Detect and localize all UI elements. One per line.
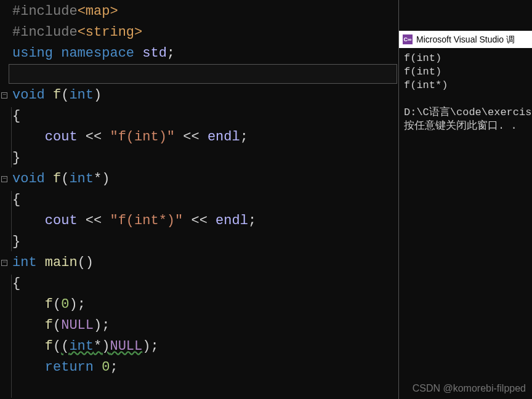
code-line[interactable]: #include<map>	[12, 1, 395, 22]
code-line[interactable]: cout << "f(int*)" << endl;	[12, 211, 395, 232]
fold-toggle-icon[interactable]: −	[1, 92, 7, 99]
code-line[interactable]: f(NULL);	[12, 315, 395, 336]
code-line[interactable]: f(0);	[12, 294, 395, 315]
code-area[interactable]: #include<map>#include<string>using names…	[9, 0, 398, 379]
code-line[interactable]: void f(int*)	[12, 169, 395, 190]
fold-toggle-icon[interactable]: −	[1, 176, 7, 182]
code-line[interactable]: int main()	[12, 252, 395, 273]
indent-guide	[11, 275, 12, 398]
output-window-title: C∞ Microsoft Visual Studio 调	[399, 31, 532, 48]
code-line[interactable]: {	[12, 106, 395, 127]
code-line[interactable]: }	[12, 232, 395, 252]
console-output[interactable]: f(int) f(int) f(int*) D:\C语言\code\exerci…	[399, 48, 532, 137]
code-line[interactable]: #include<string>	[12, 22, 395, 43]
fold-gutter: −−−	[0, 0, 9, 399]
fold-toggle-icon[interactable]: −	[1, 260, 7, 266]
code-line[interactable]: {	[12, 190, 395, 211]
code-line[interactable]: }	[12, 148, 395, 169]
code-line[interactable]	[12, 64, 395, 85]
code-line[interactable]: {	[12, 273, 395, 294]
code-line[interactable]: void f(int)	[12, 85, 395, 106]
code-line[interactable]: f((int*)NULL);	[12, 336, 395, 357]
code-line[interactable]: cout << "f(int)" << endl;	[12, 127, 395, 148]
indent-guide	[11, 107, 12, 167]
code-line[interactable]: return 0;	[12, 357, 395, 378]
watermark-text: CSDN @komorebi-filpped	[413, 383, 526, 394]
code-line[interactable]: using namespace std;	[12, 43, 395, 64]
visual-studio-icon: C∞	[403, 34, 413, 44]
indent-guide	[11, 191, 12, 251]
code-editor[interactable]: −−− #include<map>#include<string>using n…	[0, 0, 399, 399]
output-title-text: Microsoft Visual Studio 调	[416, 31, 515, 48]
